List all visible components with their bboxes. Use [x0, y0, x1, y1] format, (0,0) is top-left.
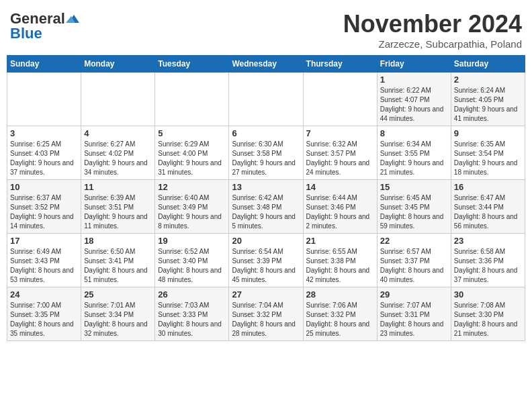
day-number: 7	[306, 128, 374, 138]
calendar-cell: 24Sunrise: 7:00 AM Sunset: 3:35 PM Dayli…	[7, 287, 81, 341]
calendar-day-header: Monday	[81, 56, 155, 73]
day-number: 12	[158, 182, 226, 192]
calendar-header-row: SundayMondayTuesdayWednesdayThursdayFrid…	[7, 56, 525, 73]
day-info: Sunrise: 7:01 AM Sunset: 3:34 PM Dayligh…	[84, 301, 152, 338]
logo: General Blue	[10, 10, 80, 42]
day-info: Sunrise: 7:08 AM Sunset: 3:30 PM Dayligh…	[454, 301, 522, 338]
title-block: November 2024 Zarzecze, Subcarpathia, Po…	[343, 10, 522, 50]
day-number: 24	[10, 289, 78, 300]
calendar-cell: 23Sunrise: 6:58 AM Sunset: 3:36 PM Dayli…	[451, 234, 525, 287]
day-number: 4	[84, 128, 152, 138]
calendar-cell: 4Sunrise: 6:27 AM Sunset: 4:02 PM Daylig…	[81, 126, 155, 180]
calendar-cell: 17Sunrise: 6:49 AM Sunset: 3:43 PM Dayli…	[7, 234, 81, 287]
day-number: 19	[158, 236, 226, 246]
day-info: Sunrise: 6:45 AM Sunset: 3:45 PM Dayligh…	[380, 193, 448, 231]
calendar-cell: 6Sunrise: 6:30 AM Sunset: 3:58 PM Daylig…	[229, 126, 303, 180]
day-number: 1	[380, 75, 448, 85]
calendar-cell: 22Sunrise: 6:57 AM Sunset: 3:37 PM Dayli…	[377, 234, 451, 287]
day-number: 8	[380, 128, 448, 138]
calendar-day-header: Saturday	[451, 56, 525, 73]
day-info: Sunrise: 6:50 AM Sunset: 3:41 PM Dayligh…	[84, 247, 152, 285]
calendar-day-header: Thursday	[303, 56, 377, 73]
day-info: Sunrise: 6:40 AM Sunset: 3:49 PM Dayligh…	[158, 193, 226, 231]
day-info: Sunrise: 6:35 AM Sunset: 3:54 PM Dayligh…	[454, 140, 522, 177]
month-title: November 2024	[343, 10, 522, 38]
day-number: 20	[232, 236, 300, 246]
day-number: 25	[84, 289, 152, 300]
day-info: Sunrise: 7:04 AM Sunset: 3:32 PM Dayligh…	[232, 301, 300, 338]
day-info: Sunrise: 6:47 AM Sunset: 3:44 PM Dayligh…	[454, 193, 522, 231]
calendar-cell	[81, 73, 155, 126]
calendar-cell: 15Sunrise: 6:45 AM Sunset: 3:45 PM Dayli…	[377, 180, 451, 234]
calendar-cell: 8Sunrise: 6:34 AM Sunset: 3:55 PM Daylig…	[377, 126, 451, 180]
day-info: Sunrise: 6:24 AM Sunset: 4:05 PM Dayligh…	[454, 86, 522, 124]
day-info: Sunrise: 7:07 AM Sunset: 3:31 PM Dayligh…	[380, 301, 448, 338]
calendar-cell: 30Sunrise: 7:08 AM Sunset: 3:30 PM Dayli…	[451, 287, 525, 341]
day-info: Sunrise: 6:37 AM Sunset: 3:52 PM Dayligh…	[10, 193, 78, 231]
day-info: Sunrise: 7:03 AM Sunset: 3:33 PM Dayligh…	[158, 301, 226, 338]
calendar-cell: 12Sunrise: 6:40 AM Sunset: 3:49 PM Dayli…	[155, 180, 229, 234]
day-number: 22	[380, 236, 448, 246]
day-number: 10	[10, 182, 78, 192]
page-header: General Blue November 2024 Zarzecze, Sub…	[7, 7, 525, 50]
day-info: Sunrise: 6:34 AM Sunset: 3:55 PM Dayligh…	[380, 140, 448, 177]
calendar-cell: 16Sunrise: 6:47 AM Sunset: 3:44 PM Dayli…	[451, 180, 525, 234]
calendar-cell: 1Sunrise: 6:22 AM Sunset: 4:07 PM Daylig…	[377, 73, 451, 126]
calendar-cell	[229, 73, 303, 126]
day-number: 14	[306, 182, 374, 192]
calendar-cell: 19Sunrise: 6:52 AM Sunset: 3:40 PM Dayli…	[155, 234, 229, 287]
calendar-cell: 20Sunrise: 6:54 AM Sunset: 3:39 PM Dayli…	[229, 234, 303, 287]
day-number: 28	[306, 289, 374, 300]
day-info: Sunrise: 6:25 AM Sunset: 4:03 PM Dayligh…	[10, 140, 78, 177]
day-info: Sunrise: 6:57 AM Sunset: 3:37 PM Dayligh…	[380, 247, 448, 285]
calendar-cell: 27Sunrise: 7:04 AM Sunset: 3:32 PM Dayli…	[229, 287, 303, 341]
calendar-week-row: 3Sunrise: 6:25 AM Sunset: 4:03 PM Daylig…	[7, 126, 525, 180]
logo-blue: Blue	[10, 25, 42, 42]
day-number: 16	[454, 182, 522, 192]
calendar-cell: 5Sunrise: 6:29 AM Sunset: 4:00 PM Daylig…	[155, 126, 229, 180]
calendar-day-header: Friday	[377, 56, 451, 73]
calendar-cell: 3Sunrise: 6:25 AM Sunset: 4:03 PM Daylig…	[7, 126, 81, 180]
day-info: Sunrise: 6:39 AM Sunset: 3:51 PM Dayligh…	[84, 193, 152, 231]
calendar-cell: 7Sunrise: 6:32 AM Sunset: 3:57 PM Daylig…	[303, 126, 377, 180]
calendar-cell: 2Sunrise: 6:24 AM Sunset: 4:05 PM Daylig…	[451, 73, 525, 126]
day-info: Sunrise: 6:52 AM Sunset: 3:40 PM Dayligh…	[158, 247, 226, 285]
calendar-cell: 25Sunrise: 7:01 AM Sunset: 3:34 PM Dayli…	[81, 287, 155, 341]
day-number: 18	[84, 236, 152, 246]
calendar-cell: 13Sunrise: 6:42 AM Sunset: 3:48 PM Dayli…	[229, 180, 303, 234]
calendar-cell	[303, 73, 377, 126]
day-number: 26	[158, 289, 226, 300]
calendar-cell	[155, 73, 229, 126]
calendar-table: SundayMondayTuesdayWednesdayThursdayFrid…	[7, 55, 525, 341]
day-info: Sunrise: 6:54 AM Sunset: 3:39 PM Dayligh…	[232, 247, 300, 285]
day-info: Sunrise: 7:06 AM Sunset: 3:32 PM Dayligh…	[306, 301, 374, 338]
calendar-cell	[7, 73, 81, 126]
location-subtitle: Zarzecze, Subcarpathia, Poland	[343, 38, 522, 50]
day-number: 6	[232, 128, 300, 138]
day-number: 23	[454, 236, 522, 246]
day-number: 15	[380, 182, 448, 192]
calendar-day-header: Wednesday	[229, 56, 303, 73]
calendar-cell: 10Sunrise: 6:37 AM Sunset: 3:52 PM Dayli…	[7, 180, 81, 234]
calendar-cell: 11Sunrise: 6:39 AM Sunset: 3:51 PM Dayli…	[81, 180, 155, 234]
day-number: 13	[232, 182, 300, 192]
calendar-day-header: Tuesday	[155, 56, 229, 73]
day-number: 11	[84, 182, 152, 192]
day-info: Sunrise: 6:49 AM Sunset: 3:43 PM Dayligh…	[10, 247, 78, 285]
day-info: Sunrise: 6:29 AM Sunset: 4:00 PM Dayligh…	[158, 140, 226, 177]
day-info: Sunrise: 6:42 AM Sunset: 3:48 PM Dayligh…	[232, 193, 300, 231]
day-info: Sunrise: 6:58 AM Sunset: 3:36 PM Dayligh…	[454, 247, 522, 285]
day-info: Sunrise: 6:30 AM Sunset: 3:58 PM Dayligh…	[232, 140, 300, 177]
day-number: 2	[454, 75, 522, 85]
calendar-week-row: 10Sunrise: 6:37 AM Sunset: 3:52 PM Dayli…	[7, 180, 525, 234]
day-info: Sunrise: 7:00 AM Sunset: 3:35 PM Dayligh…	[10, 301, 78, 338]
calendar-cell: 28Sunrise: 7:06 AM Sunset: 3:32 PM Dayli…	[303, 287, 377, 341]
day-info: Sunrise: 6:44 AM Sunset: 3:46 PM Dayligh…	[306, 193, 374, 231]
day-info: Sunrise: 6:27 AM Sunset: 4:02 PM Dayligh…	[84, 140, 152, 177]
calendar-cell: 26Sunrise: 7:03 AM Sunset: 3:33 PM Dayli…	[155, 287, 229, 341]
calendar-week-row: 24Sunrise: 7:00 AM Sunset: 3:35 PM Dayli…	[7, 287, 525, 341]
logo-icon	[66, 13, 79, 24]
calendar-week-row: 17Sunrise: 6:49 AM Sunset: 3:43 PM Dayli…	[7, 234, 525, 287]
day-number: 5	[158, 128, 226, 138]
calendar-cell: 29Sunrise: 7:07 AM Sunset: 3:31 PM Dayli…	[377, 287, 451, 341]
